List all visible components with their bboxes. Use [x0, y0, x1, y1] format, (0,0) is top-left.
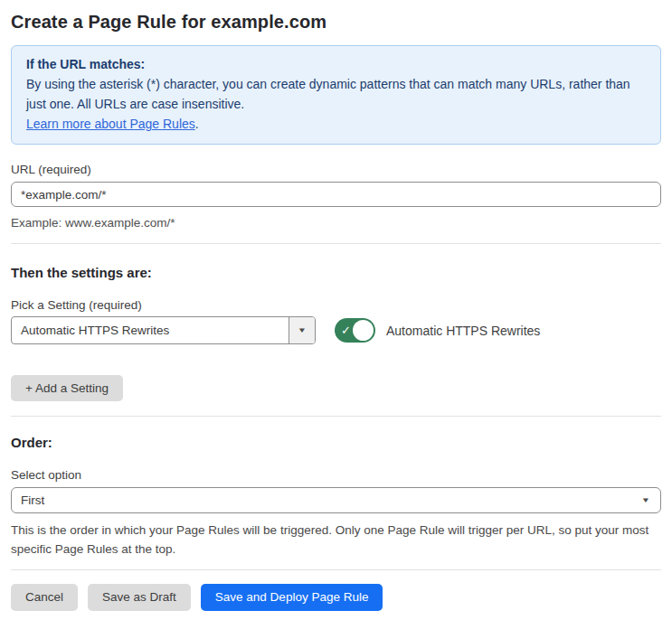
- add-setting-button[interactable]: + Add a Setting: [11, 375, 123, 401]
- order-select-value: First: [12, 493, 642, 507]
- setting-toggle[interactable]: ✓: [335, 318, 375, 343]
- setting-select-arrow-button[interactable]: ▼: [289, 317, 315, 343]
- save-draft-button[interactable]: Save as Draft: [88, 584, 191, 611]
- divider: [11, 416, 661, 417]
- page-title: Create a Page Rule for example.com: [11, 12, 661, 33]
- toggle-label: Automatic HTTPS Rewrites: [386, 324, 540, 338]
- divider: [11, 243, 661, 244]
- link-suffix: .: [195, 117, 199, 131]
- save-deploy-button[interactable]: Save and Deploy Page Rule: [201, 584, 383, 611]
- info-box-heading: If the URL matches:: [26, 54, 646, 74]
- order-select[interactable]: First ▼: [11, 487, 661, 513]
- info-box-body: By using the asterisk (*) character, you…: [26, 74, 646, 114]
- setting-select-value: Automatic HTTPS Rewrites: [12, 317, 289, 343]
- info-box-link-line: Learn more about Page Rules.: [26, 114, 646, 134]
- page-rule-form: Create a Page Rule for example.com If th…: [0, 12, 672, 611]
- setting-select[interactable]: Automatic HTTPS Rewrites ▼: [11, 316, 316, 344]
- setting-row: Automatic HTTPS Rewrites ▼ ✓ Automatic H…: [11, 316, 661, 344]
- url-field-label: URL (required): [11, 163, 661, 176]
- order-section-heading: Order:: [11, 435, 661, 450]
- pick-setting-label: Pick a Setting (required): [11, 298, 661, 312]
- checkmark-icon: ✓: [341, 324, 351, 337]
- settings-section-heading: Then the settings are:: [11, 265, 661, 280]
- url-input[interactable]: [11, 182, 661, 207]
- divider: [11, 569, 661, 570]
- order-select-label: Select option: [11, 468, 661, 482]
- chevron-down-icon: ▼: [298, 326, 307, 334]
- chevron-down-icon: ▼: [641, 496, 650, 504]
- url-example-helper: Example: www.example.com/*: [11, 214, 661, 232]
- learn-more-link[interactable]: Learn more about Page Rules: [26, 117, 195, 131]
- cancel-button[interactable]: Cancel: [11, 584, 78, 611]
- url-match-info-box: If the URL matches: By using the asteris…: [11, 45, 661, 145]
- order-helper-text: This is the order in which your Page Rul…: [11, 521, 661, 559]
- toggle-knob: [353, 320, 374, 341]
- footer-actions: Cancel Save as Draft Save and Deploy Pag…: [11, 584, 661, 611]
